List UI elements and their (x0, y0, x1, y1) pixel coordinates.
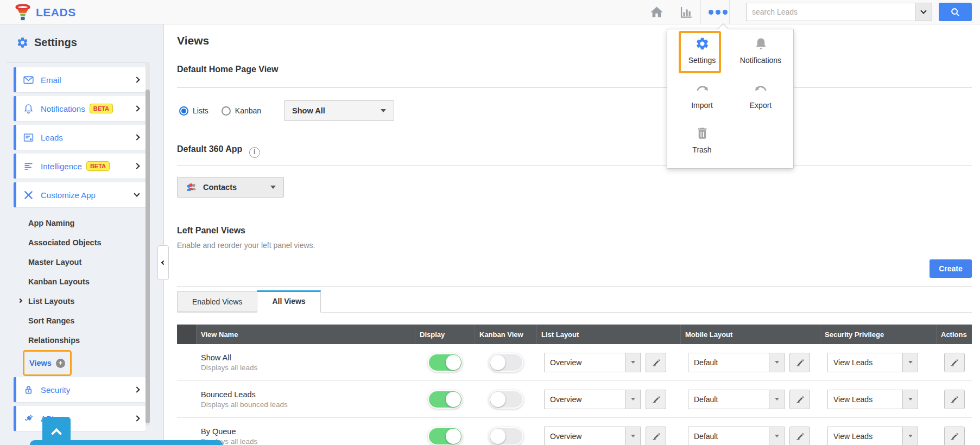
chevron-right-icon (134, 105, 140, 111)
sidebar-subitem-associated-objects[interactable]: Associated Objects (0, 233, 146, 252)
search-button[interactable] (939, 3, 972, 21)
menu-item-settings[interactable]: Settings (673, 36, 731, 65)
default-view-select[interactable]: Show All (284, 100, 394, 121)
menu-item-notifications[interactable]: Notifications (731, 36, 790, 65)
subitem-label: Sort Ranges (28, 316, 74, 325)
caret-down-icon (769, 353, 784, 372)
subitem-label: App Naming (28, 219, 74, 227)
sidebar-item-label: Leads (41, 133, 63, 142)
view-name-cell: By Queue Displays all leads (197, 427, 415, 445)
contacts-people-icon (185, 181, 198, 194)
pencil-icon (795, 395, 805, 404)
home-icon[interactable] (649, 5, 664, 20)
section-title-left-panel-views: Left Panel Views (177, 226, 245, 236)
sidebar-scrollbar-thumb[interactable] (146, 90, 150, 423)
search-scope-dropdown[interactable] (915, 3, 932, 21)
kanban-view-toggle[interactable] (489, 390, 523, 409)
list-layout-select[interactable]: Overview (544, 427, 641, 445)
radio-lists[interactable] (179, 106, 188, 116)
sidebar-item-api[interactable]: API (14, 406, 146, 431)
beta-badge: BETA (90, 104, 113, 113)
menu-item-export[interactable]: Export (731, 81, 790, 110)
sidebar-subitem-master-layout[interactable]: Master Layout (0, 252, 146, 272)
table-row: Bounced Leads Displays all bounced leads… (177, 381, 972, 418)
menu-item-import[interactable]: Import (673, 81, 731, 110)
menu-item-trash[interactable]: Trash (673, 126, 731, 154)
sidebar-subitem-kanban-layouts[interactable]: Kanban Layouts (0, 272, 146, 291)
sidebar-item-notifications[interactable]: Notifications BETA (14, 96, 146, 121)
caret-down-icon (625, 390, 640, 409)
security-privilege-select[interactable]: View Leads (827, 390, 918, 409)
default-360-app-select[interactable]: Contacts (177, 177, 284, 198)
display-toggle[interactable] (428, 390, 463, 409)
tab-all-views[interactable]: All Views (257, 290, 320, 313)
menu-item-label: Notifications (731, 56, 790, 65)
display-toggle[interactable] (428, 427, 463, 445)
toggle-knob (446, 392, 461, 407)
kanban-view-toggle[interactable] (489, 427, 523, 445)
chevron-right-icon (134, 134, 140, 140)
chevron-right-icon (134, 386, 140, 392)
tab-enabled-views[interactable]: Enabled Views (177, 291, 257, 312)
sidebar-item-customize-app[interactable]: Customize App (14, 182, 146, 207)
beta-badge: BETA (86, 161, 110, 171)
mobile-layout-select[interactable]: Default (688, 390, 785, 409)
divider (177, 87, 972, 88)
info-icon[interactable]: i (249, 147, 260, 158)
column-header-actions: Actions (937, 325, 972, 344)
sidebar-subitem-app-naming[interactable]: App Naming (0, 213, 146, 233)
select-value: Default (688, 427, 769, 445)
sidebar-subitem-sort-ranges[interactable]: Sort Ranges (0, 311, 146, 330)
display-toggle[interactable] (428, 353, 463, 372)
radio-kanban[interactable] (222, 106, 231, 116)
edit-view-button[interactable] (944, 390, 965, 409)
edit-list-layout-button[interactable] (646, 390, 666, 409)
caret-down-icon (769, 390, 784, 409)
sidebar-item-leads[interactable]: Leads (14, 125, 146, 150)
edit-mobile-layout-button[interactable] (789, 427, 810, 445)
security-privilege-select[interactable]: View Leads (827, 427, 918, 445)
edit-view-button[interactable] (944, 353, 965, 372)
sidebar-collapse-handle[interactable] (157, 245, 169, 280)
sidebar-item-email[interactable]: Email (14, 67, 146, 92)
views-table: View Name Display Kanban View List Layou… (177, 325, 972, 445)
select-value: View Leads (828, 427, 902, 445)
menu-item-label: Trash (673, 145, 731, 154)
create-button[interactable]: Create (930, 259, 972, 278)
sidebar-subitem-relationships[interactable]: Relationships (0, 330, 146, 350)
edit-list-layout-button[interactable] (646, 427, 666, 445)
edit-list-layout-button[interactable] (646, 353, 666, 372)
table-row: Show All Displays all leads Overview (177, 344, 972, 381)
sidebar-subitem-views[interactable]: Views + (0, 350, 146, 370)
overflow-dots-icon[interactable] (707, 0, 729, 24)
table-header-row: View Name Display Kanban View List Layou… (177, 325, 972, 344)
bar-chart-icon[interactable] (679, 5, 693, 20)
topbar-divider (729, 0, 730, 24)
security-privilege-select[interactable]: View Leads (827, 353, 918, 372)
sidebar-subitem-list-layouts[interactable]: List Layouts (0, 291, 146, 311)
top-bar: LEADS (0, 0, 980, 24)
pencil-icon (795, 431, 805, 441)
search-input[interactable] (746, 3, 915, 21)
caret-down-icon (769, 427, 784, 445)
list-layout-select[interactable]: Overview (544, 390, 641, 409)
sidebar-item-security[interactable]: Security (14, 377, 146, 402)
section-title-default-360-app: Default 360 App i (177, 144, 260, 158)
column-header-security-privilege: Security Privilege (820, 325, 937, 344)
select-value: View Leads (828, 353, 902, 372)
plus-icon[interactable]: + (56, 359, 65, 368)
list-layout-select[interactable]: Overview (544, 353, 641, 372)
page-title: Views (177, 34, 209, 47)
kanban-view-toggle[interactable] (489, 353, 523, 372)
sidebar-item-intelligence[interactable]: Intelligence BETA (14, 154, 146, 179)
mobile-layout-select[interactable]: Default (688, 427, 785, 445)
mobile-layout-select[interactable]: Default (688, 353, 785, 372)
customize-app-submenu: App Naming Associated Objects Master Lay… (0, 213, 146, 370)
chevron-left-icon (161, 260, 165, 265)
view-description: Displays all leads (201, 437, 415, 445)
subitem-label: Kanban Layouts (28, 277, 90, 286)
edit-view-button[interactable] (944, 427, 965, 445)
edit-mobile-layout-button[interactable] (789, 353, 810, 372)
edit-mobile-layout-button[interactable] (789, 390, 810, 409)
subitem-label: Views (29, 353, 52, 373)
